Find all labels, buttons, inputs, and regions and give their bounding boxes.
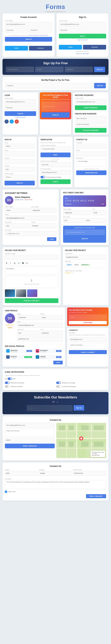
contact-simple-send-btn[interactable]: SEND A MESSAGE <box>5 444 55 448</box>
contact-name-input[interactable] <box>76 144 106 148</box>
master-on-toggle[interactable] <box>8 378 12 380</box>
contact-full-send-btn[interactable]: SEND A REQUEST <box>86 494 106 498</box>
login-forgot-link[interactable]: Forgot Password? <box>4 117 36 118</box>
account-save-btn[interactable]: SAVE <box>47 237 56 241</box>
notif-toggle-2[interactable] <box>56 382 61 384</box>
confirm-password-input[interactable] <box>75 122 106 127</box>
username-input[interactable] <box>5 28 28 32</box>
full-name-input[interactable] <box>5 22 52 27</box>
signup-address-input[interactable] <box>4 159 35 164</box>
verification-next-btn[interactable]: NEXT <box>40 152 71 157</box>
instagram-follow-btn[interactable]: Follow <box>56 350 62 352</box>
send-password-btn[interactable]: SEND PASSWORD <box>75 105 106 110</box>
account-email-input[interactable] <box>5 216 56 220</box>
verification-phone-input[interactable] <box>40 147 71 151</box>
code-btn[interactable]: <> <box>25 262 28 265</box>
signup-for-free-link[interactable]: SIGN UP FOR FREE <box>59 53 106 54</box>
last-name-input[interactable] <box>31 208 56 213</box>
profile-role-input[interactable] <box>40 315 63 320</box>
login-btn[interactable]: SIGN IN <box>4 111 36 116</box>
get-project-btn[interactable]: SIGN UP <box>94 83 106 88</box>
profile-name-input[interactable] <box>17 315 40 320</box>
upload-drop-area[interactable]: ⬆ Drag & Drop Files here <box>5 276 58 288</box>
cc-first-name-input[interactable] <box>63 210 91 215</box>
link-btn[interactable]: 🔗 <box>17 262 20 265</box>
verification-username-input[interactable] <box>40 162 71 167</box>
delete-photo-link[interactable]: Delete Photo <box>25 199 32 200</box>
send-free-checkbox[interactable] <box>5 491 7 493</box>
twitter-icon[interactable]: t <box>10 120 14 124</box>
notif-toggle-4[interactable] <box>56 385 61 388</box>
subscribe-btn[interactable]: Sign Up <box>74 405 84 410</box>
star-4[interactable]: ★ <box>71 272 72 274</box>
tags-container[interactable]: Ui-Kit × Land × Dashboard × <box>65 262 106 267</box>
privacy-toggle[interactable] <box>40 176 45 178</box>
verification-email-input[interactable] <box>40 170 71 175</box>
star-5[interactable]: ★ <box>72 272 74 274</box>
italic-btn[interactable]: I <box>9 262 12 265</box>
contact-send-btn[interactable]: SEND MESSAGE <box>76 170 106 175</box>
image-btn[interactable]: 🖼 <box>21 262 24 265</box>
profile-email-input[interactable] <box>17 323 63 328</box>
signin-password-input[interactable] <box>59 28 106 32</box>
change-password-btn[interactable]: CHANGE PASSWORD <box>75 128 106 133</box>
contact-email-input[interactable] <box>76 152 106 156</box>
contact-simple-email-input[interactable] <box>5 423 55 428</box>
google-icon[interactable]: G <box>15 120 19 124</box>
signup-phone-input[interactable] <box>4 175 35 180</box>
cc-subscribe-email[interactable] <box>64 230 105 235</box>
profile-save-btn[interactable]: SAVE <box>53 361 63 364</box>
news-email-input[interactable] <box>69 314 107 320</box>
news-subscribe-btn[interactable]: SUBSCRIBE <box>69 321 107 324</box>
contact-simple-select[interactable]: Select <box>5 438 55 442</box>
contact-message-input[interactable] <box>76 159 106 167</box>
cc-cvv-input[interactable] <box>92 210 106 215</box>
banner-password-input[interactable] <box>65 67 93 72</box>
banner-name-input[interactable] <box>6 67 34 72</box>
newsletter-signup-btn[interactable]: SIGN UP <box>42 112 70 118</box>
publish-btn[interactable]: PUBLISH A PROJECT <box>5 298 58 303</box>
project-name-input[interactable] <box>5 255 58 260</box>
star-2[interactable]: ★ <box>67 272 68 274</box>
star-1[interactable]: ★ <box>65 272 67 274</box>
twitter-follow-btn[interactable]: Follow <box>26 350 32 352</box>
signup-country-select[interactable]: USA Canada UK <box>4 167 35 172</box>
state-select[interactable]: Portland <box>31 224 56 228</box>
facebook-icon[interactable]: f <box>4 120 8 124</box>
comment-textarea[interactable] <box>69 343 107 349</box>
profile-country-select[interactable]: USA <box>17 331 40 336</box>
forgot-password-link[interactable]: Forgot Password? <box>59 39 106 40</box>
password-input[interactable] <box>29 28 52 32</box>
facebook-connected-btn[interactable]: Connected <box>24 356 32 358</box>
update-photo-link[interactable]: Update Photo <box>15 199 23 200</box>
cc-signup-btn[interactable]: SIGN UP <box>64 236 105 241</box>
first-name-input[interactable] <box>5 208 30 213</box>
login-password-input[interactable] <box>4 105 36 110</box>
description-textarea[interactable] <box>5 267 58 274</box>
signup-username-input[interactable] <box>4 144 35 148</box>
signup-btn[interactable]: SIGN UP <box>5 37 52 42</box>
category-select[interactable]: Dropbox/UI Feed <box>65 255 106 260</box>
signup-email-input2[interactable] <box>4 152 35 156</box>
new-password-input[interactable] <box>75 116 106 121</box>
login-email-input[interactable] <box>4 100 36 104</box>
twitter-btn[interactable]: Twitter <box>5 46 28 50</box>
budget-to-select[interactable]: $700-$1,200 <box>73 471 106 476</box>
notif-toggle-3[interactable] <box>5 385 10 388</box>
signup-form-btn[interactable]: SIGN UP <box>4 181 35 186</box>
subscribe-email-input[interactable] <box>27 405 72 411</box>
comment-submit-btn[interactable]: SUBMIT A COMMENT <box>69 350 107 354</box>
verification-check-btn[interactable]: CHECK <box>40 179 71 184</box>
signin-twitter-btn[interactable]: Twitter <box>59 45 82 50</box>
banner-signup-btn[interactable]: SIGN UP <box>94 67 105 72</box>
comment-email-input[interactable] <box>69 337 107 342</box>
contact-simple-message-input[interactable] <box>5 429 55 436</box>
profile-website-input[interactable] <box>17 336 63 341</box>
restore-email-input[interactable] <box>75 100 106 104</box>
contact-full-desc-textarea[interactable] <box>5 480 106 489</box>
star-3[interactable]: ★ <box>69 272 70 274</box>
cc-exp-month-select[interactable]: OCT JAN <box>63 218 84 223</box>
banner-email-input[interactable] <box>35 67 63 72</box>
linkedin-follow-btn[interactable]: Follow <box>56 356 62 358</box>
facebook-btn[interactable]: Facebook <box>29 46 52 50</box>
